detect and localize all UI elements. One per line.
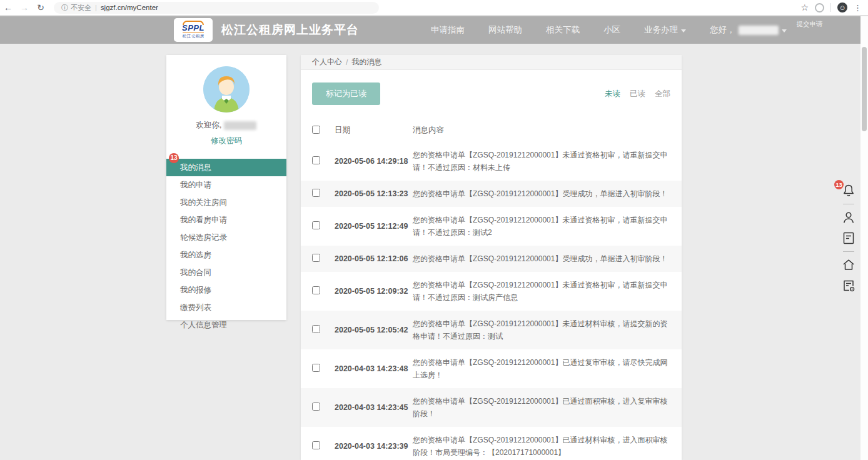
breadcrumb-my-messages: 我的消息 [351, 57, 381, 68]
info-icon[interactable]: ⓘ [61, 3, 68, 12]
submit-application-link[interactable]: 提交申请 [797, 20, 823, 29]
browser-back-icon[interactable]: ← [0, 2, 16, 12]
breadcrumb-personal-center[interactable]: 个人中心 [312, 57, 342, 68]
row-checkbox[interactable] [312, 254, 320, 262]
logo-text: SPPL [182, 24, 204, 32]
nav-item-downloads[interactable]: 相关下载 [546, 24, 580, 36]
toolbar-divider [843, 251, 854, 252]
url-divider: | [95, 4, 97, 11]
nav-item-community[interactable]: 小区 [603, 24, 620, 36]
user-greeting[interactable]: 您好， [710, 24, 787, 36]
site-header: SPPL 松江·公租房 松江公租房网上业务平台 申请指南 网站帮助 相关下载 小… [0, 16, 860, 44]
document-icon[interactable] [841, 231, 856, 246]
site-logo[interactable]: SPPL 松江·公租房 [174, 18, 213, 42]
sidebar-item-my-repairs[interactable]: 我的报修 [166, 281, 286, 299]
welcome-label: 欢迎你, [196, 120, 222, 131]
table-row[interactable]: 2020-04-03 14:23:48 您的资格申请单【ZGSQ-2019121… [301, 349, 682, 388]
mark-as-read-button[interactable]: 标记为已读 [312, 82, 380, 105]
floating-toolbar: 13 [840, 183, 857, 293]
row-checkbox[interactable] [312, 221, 320, 229]
table-row[interactable]: 2020-04-03 14:23:45 您的资格申请单【ZGSQ-2019121… [301, 388, 682, 427]
bookmark-star-icon[interactable]: ☆ [800, 2, 809, 12]
row-checkbox[interactable] [312, 189, 320, 197]
row-checkbox[interactable] [312, 441, 320, 449]
scrollbar-thumb[interactable] [862, 47, 867, 131]
sidebar-item-waitlist-records[interactable]: 轮候选房记录 [166, 229, 286, 246]
chevron-down-icon [782, 29, 787, 32]
site-title: 松江公租房网上业务平台 [221, 22, 359, 38]
person-icon[interactable] [841, 210, 856, 225]
unread-count-badge: 13 [169, 153, 179, 163]
breadcrumb-separator: / [346, 58, 348, 67]
message-toolbar: 标记为已读 未读 已读 全部 [301, 70, 682, 105]
sidebar-item-my-contracts[interactable]: 我的合同 [166, 264, 286, 281]
sidebar-item-my-followed-rooms[interactable]: 我的关注房间 [166, 194, 286, 211]
browser-address-bar: ← → ↻ ⓘ 不安全 | sjgzf.cn/myCenter ☆ ☺ ⋮ [0, 0, 868, 16]
url-text[interactable]: sjgzf.cn/myCenter [101, 4, 158, 11]
page-scrollbar[interactable] [860, 16, 868, 460]
bell-icon[interactable]: 13 [841, 183, 856, 198]
toolbar-divider [843, 204, 854, 204]
logo-subtext: 松江·公租房 [183, 32, 204, 39]
sidebar-item-viewing-applications[interactable]: 我的看房申请 [166, 211, 286, 229]
main-nav: 申请指南 网站帮助 相关下载 小区 业务办理 [431, 24, 686, 36]
column-header-date: 日期 [335, 125, 413, 136]
row-checkbox[interactable] [312, 325, 320, 333]
table-row[interactable]: 2020-04-03 14:23:39 您的资格申请单【ZGSQ-2019121… [301, 427, 682, 460]
document-gear-icon[interactable] [841, 278, 856, 293]
row-checkbox[interactable] [312, 286, 320, 294]
chevron-down-icon [681, 29, 686, 32]
select-all-checkbox[interactable] [312, 126, 320, 134]
browser-menu-icon[interactable]: ⋮ [854, 3, 862, 12]
home-icon[interactable] [841, 258, 856, 272]
browser-forward-icon[interactable]: → [16, 2, 33, 12]
row-checkbox[interactable] [312, 402, 320, 411]
notification-count-badge: 13 [834, 180, 844, 189]
message-filter-tabs: 未读 已读 全部 [605, 89, 670, 99]
avatar [203, 66, 250, 112]
tab-read[interactable]: 已读 [630, 89, 645, 99]
column-header-message: 消息内容 [413, 125, 672, 136]
message-table: 日期 消息内容 2020-05-06 14:29:18 您的资格申请单【ZGSQ… [301, 120, 682, 460]
security-label: 不安全 [71, 3, 91, 12]
table-row[interactable]: 2020-05-05 12:12:06 您的资格申请单【ZGSQ-2019121… [301, 246, 682, 272]
breadcrumb: 个人中心 / 我的消息 [301, 55, 682, 70]
sidebar-item-my-applications[interactable]: 我的申请 [166, 176, 286, 194]
sidebar-item-my-room-selection[interactable]: 我的选房 [166, 246, 286, 264]
sidebar: 欢迎你, 修改密码 13 我的消息 我的申请 我的关注房间 我的看房申请 轮候选… [166, 55, 286, 320]
sidebar-item-payment-list[interactable]: 缴费列表 [166, 299, 286, 316]
sidebar-item-my-messages[interactable]: 13 我的消息 [166, 159, 286, 176]
nav-item-business[interactable]: 业务办理 [644, 24, 686, 36]
table-row[interactable]: 2020-05-05 12:05:42 您的资格申请单【ZGSQ-2019121… [301, 311, 682, 349]
main-panel: 个人中心 / 我的消息 标记为已读 未读 已读 全部 日期 消息内容 2020-… [301, 55, 682, 460]
browser-refresh-icon[interactable]: ↻ [33, 2, 49, 12]
change-password-link[interactable]: 修改密码 [166, 136, 286, 146]
chrome-separator [830, 3, 831, 12]
user-name-redacted [739, 26, 779, 35]
tab-unread[interactable]: 未读 [605, 89, 620, 99]
sidebar-menu: 13 我的消息 我的申请 我的关注房间 我的看房申请 轮候选房记录 我的选房 我… [166, 159, 286, 334]
extension-icon[interactable] [815, 3, 824, 12]
table-row[interactable]: 2020-05-05 12:12:49 您的资格申请单【ZGSQ-2019121… [301, 207, 682, 246]
nav-item-apply-guide[interactable]: 申请指南 [431, 24, 465, 36]
greeting-label: 您好， [710, 24, 735, 36]
nav-item-site-help[interactable]: 网站帮助 [488, 24, 522, 36]
row-checkbox[interactable] [312, 364, 320, 372]
tab-all[interactable]: 全部 [655, 89, 670, 99]
table-header-row: 日期 消息内容 [301, 120, 682, 142]
table-row[interactable]: 2020-05-05 12:13:23 您的资格申请单【ZGSQ-2019121… [301, 181, 682, 207]
url-bar[interactable]: ⓘ 不安全 | sjgzf.cn/myCenter [54, 2, 379, 14]
browser-profile-icon[interactable]: ☺ [837, 2, 847, 12]
row-checkbox[interactable] [312, 156, 320, 164]
user-name-redacted [224, 121, 256, 130]
table-row[interactable]: 2020-05-06 14:29:18 您的资格申请单【ZGSQ-2019121… [301, 142, 682, 181]
table-row[interactable]: 2020-05-05 12:09:32 您的资格申请单【ZGSQ-2019121… [301, 272, 682, 311]
sidebar-item-personal-info[interactable]: 个人信息管理 [166, 316, 286, 334]
